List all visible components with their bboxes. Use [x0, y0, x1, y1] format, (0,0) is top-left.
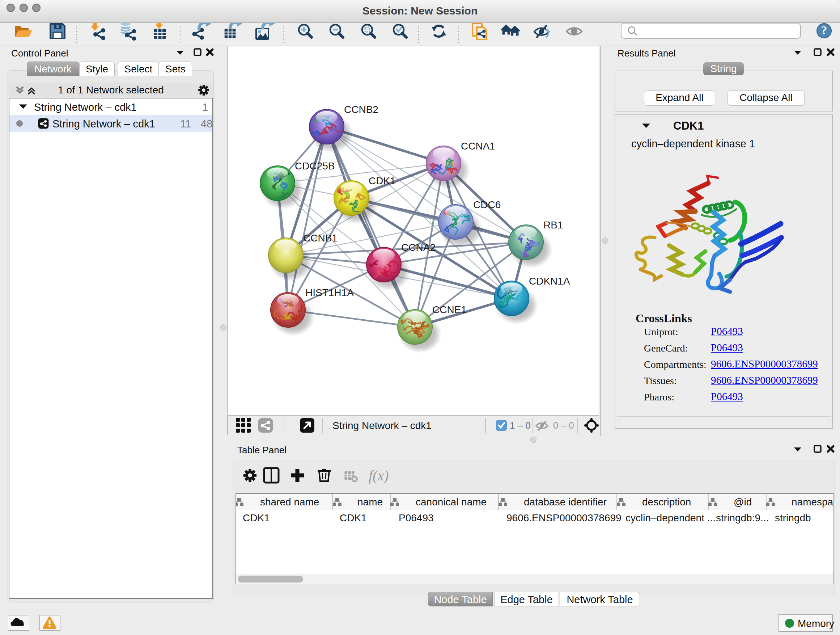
- svg-text:canonical name: canonical name: [416, 496, 486, 508]
- svg-text:String Network – cdk1: String Network – cdk1: [332, 420, 431, 431]
- svg-text:1 – 0: 1 – 0: [510, 420, 531, 431]
- svg-text:database identifier: database identifier: [524, 496, 607, 508]
- svg-text:0 – 0: 0 – 0: [553, 420, 574, 431]
- svg-text:CDK1: CDK1: [369, 175, 396, 187]
- svg-text:CCNE1: CCNE1: [432, 304, 467, 315]
- svg-text:CCNB1: CCNB1: [303, 233, 338, 244]
- svg-text:description: description: [642, 496, 691, 508]
- svg-text:HIST1H1A: HIST1H1A: [305, 287, 354, 298]
- svg-text:RB1: RB1: [543, 219, 563, 231]
- svg-text:@id: @id: [734, 496, 752, 508]
- svg-text:CCNA1: CCNA1: [461, 141, 495, 152]
- svg-text:namespac: namespac: [791, 496, 834, 508]
- svg-text:CCNA2: CCNA2: [401, 242, 436, 253]
- svg-text:name: name: [357, 496, 383, 508]
- svg-text:CDC6: CDC6: [473, 199, 501, 211]
- svg-text:f(x): f(x): [369, 467, 389, 484]
- svg-text:?: ?: [821, 24, 827, 37]
- svg-text:CDKN1A: CDKN1A: [529, 276, 570, 287]
- svg-text:shared name: shared name: [260, 496, 319, 508]
- svg-text:CDC25B: CDC25B: [295, 160, 335, 172]
- svg-text:CCNB2: CCNB2: [344, 104, 378, 115]
